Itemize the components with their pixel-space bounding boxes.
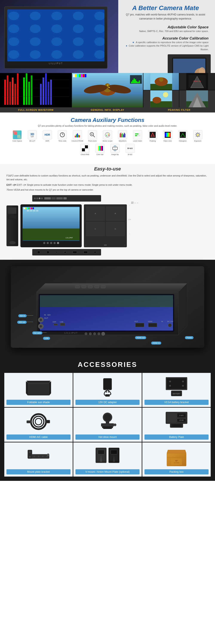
svg-marker-157 [178, 283, 187, 335]
hdmi-svg [26, 411, 51, 432]
svg-rect-160 [40, 295, 173, 307]
dc-port [94, 251, 96, 253]
color-space-label: Color Space [13, 140, 22, 142]
port-rect2 [51, 197, 56, 200]
svg-rect-222 [167, 413, 176, 423]
usb-port [64, 251, 66, 253]
svg-rect-151 [31, 207, 33, 209]
vesa-svg: BATTERY [164, 376, 189, 398]
svg-rect-48 [73, 74, 75, 77]
svg-text:LILLIPUT: LILLIPUT [65, 332, 78, 334]
color-space-svg [14, 132, 20, 138]
column-icon [73, 130, 82, 139]
btn3[interactable] [50, 242, 52, 244]
svg-rect-146 [24, 207, 25, 209]
star-icon: ★ [132, 41, 134, 44]
port4 [41, 198, 43, 199]
svg-rect-104 [135, 135, 137, 136]
btn2[interactable] [47, 242, 49, 244]
back-monitor: A B C D ← 182 → [84, 204, 127, 247]
monitor-body: LILLIPUT [4, 6, 108, 69]
svg-point-202 [169, 380, 171, 382]
btn1[interactable] [43, 242, 45, 244]
side-monitor [7, 206, 18, 246]
battery-label: Battery Plate [144, 434, 208, 440]
svg-marker-192 [26, 382, 28, 396]
svg-rect-45 [136, 81, 137, 83]
btn-dial[interactable] [57, 242, 59, 244]
bns-label: B+&S [128, 154, 132, 156]
svg-rect-1 [7, 42, 104, 60]
side-port1 [8, 207, 16, 214]
svg-point-203 [169, 385, 171, 386]
svg-rect-186 [82, 286, 86, 288]
btn4[interactable] [54, 242, 56, 244]
dim-right-arrow: → [124, 244, 126, 246]
svg-rect-150 [30, 207, 31, 209]
svg-point-234 [38, 456, 39, 457]
front-buttons [23, 242, 80, 244]
svg-rect-241 [98, 450, 104, 454]
hdmi-image [26, 411, 51, 432]
waveform-label2: Waveform [119, 140, 126, 142]
svg-point-210 [35, 418, 42, 425]
side-knob [9, 241, 16, 244]
svg-line-125 [196, 133, 196, 134]
icon-histogram: Histogram [176, 130, 189, 142]
svg-rect-169 [60, 323, 65, 326]
hotshoe-image [95, 411, 120, 432]
dim-left-arrow: ← [85, 244, 87, 246]
dim22-value: 22 [131, 202, 133, 204]
svg-rect-211 [27, 420, 31, 423]
icon-color-space: Color Space [11, 130, 24, 142]
svg-text:HDMI: HDMI [148, 320, 152, 322]
mountplate-image [26, 446, 51, 467]
svg-point-214 [104, 414, 111, 421]
exposure-icon [193, 130, 202, 139]
svg-point-182 [98, 332, 100, 335]
imageflip-svg [112, 145, 118, 151]
svg-point-233 [34, 456, 35, 457]
icon-exposure: Exposure [191, 130, 204, 142]
svg-rect-212 [46, 420, 50, 423]
auxiliary-subtitle: Q7 pro provides plenty of auxiliary func… [7, 124, 208, 127]
svg-rect-17 [15, 84, 16, 105]
svg-rect-27 [50, 80, 52, 105]
svg-rect-196 [104, 379, 111, 389]
waveform-svg [2, 73, 69, 105]
svg-point-220 [114, 424, 116, 426]
svg-point-236 [47, 456, 48, 457]
hdmi-label: HDMI A/C cable [7, 434, 71, 440]
eagle-svg [72, 73, 143, 107]
svg-rect-189 [101, 286, 105, 288]
icon-3dlut: 3D LUT 3D-LUT [26, 130, 39, 142]
vectorscope-svg [104, 132, 111, 138]
svg-text:OUT: OUT [134, 320, 138, 322]
svg-rect-47 [139, 80, 140, 83]
vmount-svg [95, 446, 120, 467]
sunshade-label: Foldable sun shade [7, 400, 71, 405]
svg-rect-102 [135, 134, 138, 134]
icon-levelmeter: Level meter [131, 130, 144, 142]
svg-rect-99 [124, 133, 125, 138]
svg-rect-114 [168, 133, 169, 137]
auxiliary-icons: Color Space 3D LUT 3D-LUT HDR HDR [7, 130, 208, 156]
screen-svg [7, 10, 104, 62]
icon-vectorscope: Vector scope [101, 130, 114, 142]
timecode-icon [58, 130, 67, 139]
dim-height-value: 124 [128, 218, 131, 220]
svg-text:PEAK: PEAK [151, 135, 154, 136]
color-space-icon [13, 130, 22, 139]
svg-point-209 [33, 416, 44, 427]
earjack-label: Ear jack [32, 332, 42, 334]
port-rect1 [44, 197, 51, 200]
icon-bns: B+&S B+&S [123, 144, 137, 156]
icon-timecode: Time code [56, 130, 69, 142]
svg-rect-50 [77, 74, 79, 77]
imageflip-label: Image flip [111, 154, 119, 156]
vesa-image: BATTERY [164, 376, 189, 398]
icon-imageflip: Image flip [108, 144, 122, 156]
svg-rect-83 [79, 135, 80, 138]
svg-rect-42 [132, 80, 133, 83]
dimensions: ← 182 → [84, 244, 127, 246]
